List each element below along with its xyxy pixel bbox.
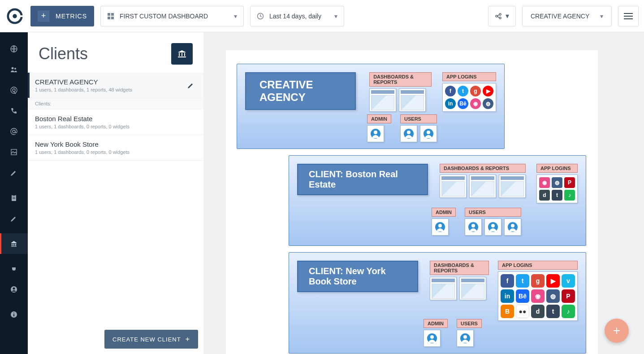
diagram-card-agency: CREATIVE AGENCY DASHBOARDS & REPORTS APP…	[237, 64, 505, 149]
daterange-dropdown[interactable]: Last 14 days, daily ▾	[250, 6, 344, 26]
nav-plug[interactable]	[0, 258, 28, 279]
dashboard-dropdown[interactable]: FIRST CUSTOM DASHBOARD ▾	[100, 6, 244, 26]
svg-point-31	[374, 131, 377, 134]
svg-rect-24	[13, 198, 15, 199]
share-icon	[495, 13, 502, 20]
clients-panel: Clients CREATIVE AGENCY 1 users, 1 dashb…	[28, 32, 203, 354]
app-login-grid: f t g ▶ in Bē ◉ ◍	[442, 83, 496, 112]
svg-rect-3	[108, 13, 110, 16]
nav-target[interactable]	[0, 80, 28, 101]
svg-point-33	[407, 131, 411, 134]
panel-icon-button[interactable]	[171, 43, 193, 65]
nav-users[interactable]	[0, 59, 28, 80]
svg-point-15	[12, 67, 14, 70]
svg-rect-2	[19, 15, 23, 17]
app-logo	[5, 7, 24, 26]
svg-point-18	[13, 89, 15, 92]
nav-pencil[interactable]	[0, 162, 28, 183]
user-admin-icon	[367, 125, 384, 142]
svg-rect-11	[624, 13, 633, 14]
user-icon	[457, 330, 474, 347]
tag-admin: ADMIN	[424, 319, 448, 328]
svg-rect-12	[624, 16, 633, 17]
svg-rect-20	[11, 149, 17, 155]
tag-dashboards-reports: DASHBOARDS & REPORTS	[430, 261, 489, 275]
hamburger-icon	[624, 13, 633, 20]
tag-dashboards-reports: DASHBOARDS & REPORTS	[369, 72, 432, 87]
client-name: Boston Real Estate	[35, 115, 194, 122]
nav-globe[interactable]	[0, 39, 28, 59]
daterange-label: Last 14 days, daily	[269, 13, 321, 20]
dashboard-name: FIRST CUSTOM DASHBOARD	[120, 13, 208, 20]
dashboard-thumb	[499, 175, 526, 198]
client-item-active[interactable]: CREATIVE AGENCY 1 users, 1 dashboards, 1…	[28, 73, 203, 98]
client-item[interactable]: New York Book Store 1 users, 1 dashboard…	[28, 135, 203, 161]
chevron-down-icon: ▾	[600, 13, 603, 20]
user-admin-icon	[432, 219, 449, 236]
fab-add-button[interactable]: +	[605, 319, 629, 343]
agency-dropdown[interactable]: CREATIVE AGENCY ▾	[522, 6, 612, 26]
diagram-card-client-boston: CLIENT: Boston Real Estate DASHBOARDS & …	[289, 155, 586, 246]
dashboard-thumb	[369, 88, 396, 112]
tag-dashboards-reports: DASHBOARDS & REPORTS	[440, 164, 526, 173]
dashboard-thumb	[399, 88, 426, 112]
svg-point-39	[471, 224, 475, 227]
svg-point-35	[427, 131, 430, 134]
user-icon	[504, 219, 521, 236]
client-name: CREATIVE AGENCY	[35, 78, 194, 86]
diagram-canvas: CREATIVE AGENCY DASHBOARDS & REPORTS APP…	[226, 50, 598, 354]
panel-title: Clients	[39, 44, 88, 63]
svg-rect-21	[12, 195, 16, 201]
create-client-button[interactable]: CREATE NEW CLIENT +	[104, 330, 198, 349]
nav-account[interactable]	[0, 279, 28, 300]
svg-point-37	[438, 224, 442, 227]
svg-point-19	[13, 130, 15, 133]
main-menu-button[interactable]	[618, 6, 639, 26]
dashboard-thumb	[430, 277, 457, 300]
app-login-grid: ◉ ◍ P d t ♪	[536, 175, 578, 203]
nav-info[interactable]	[0, 304, 28, 325]
svg-point-16	[14, 68, 16, 70]
svg-rect-13	[624, 18, 633, 19]
svg-point-41	[491, 224, 495, 227]
nav-edit[interactable]	[0, 208, 28, 229]
tag-users: USERS	[400, 114, 437, 123]
dashboard-thumb	[469, 175, 496, 198]
top-header: + METRICS FIRST CUSTOM DASHBOARD ▾ Last …	[0, 0, 644, 32]
nav-phone[interactable]	[0, 101, 28, 121]
card-title: CLIENT: Boston Real Estate	[297, 164, 428, 195]
metrics-button[interactable]: + METRICS	[30, 6, 94, 26]
nav-clipboard[interactable]	[0, 188, 28, 208]
tag-app-logins: APP LOGINS	[442, 72, 496, 81]
tag-users: USERS	[465, 208, 521, 217]
diagram-card-client-nybook: CLIENT: New York Book Store DASHBOARDS &…	[289, 252, 586, 354]
svg-point-45	[430, 335, 434, 339]
nav-at[interactable]	[0, 121, 28, 142]
tag-users: USERS	[457, 319, 482, 328]
plus-icon: +	[38, 10, 49, 22]
plus-icon: +	[186, 335, 190, 343]
user-icon	[465, 219, 482, 236]
pencil-icon[interactable]	[187, 82, 194, 89]
svg-rect-4	[111, 13, 114, 16]
section-label: Clients:	[28, 98, 203, 109]
chevron-down-icon: ▾	[506, 12, 509, 20]
svg-point-10	[499, 17, 501, 19]
svg-point-29	[13, 313, 14, 314]
share-dropdown[interactable]: ▾	[488, 6, 516, 26]
client-name: New York Book Store	[35, 140, 194, 148]
app-login-grid: f t g ▶ v in Bē ◉ ◍ P	[498, 271, 578, 321]
plus-icon: +	[613, 323, 620, 338]
metrics-label: METRICS	[56, 13, 87, 20]
chevron-down-icon: ▾	[234, 13, 237, 20]
tag-app-logins: APP LOGINS	[498, 261, 578, 270]
client-item[interactable]: Boston Real Estate 1 users, 1 dashboards…	[28, 109, 203, 135]
svg-rect-6	[111, 17, 114, 19]
user-admin-icon	[424, 330, 441, 347]
dashboard-thumb	[440, 175, 467, 198]
svg-rect-22	[13, 194, 15, 196]
tag-admin: ADMIN	[432, 208, 456, 217]
nav-clients[interactable]	[0, 233, 28, 254]
nav-image[interactable]	[0, 142, 28, 162]
main-canvas-wrap: CREATIVE AGENCY DASHBOARDS & REPORTS APP…	[203, 32, 644, 354]
